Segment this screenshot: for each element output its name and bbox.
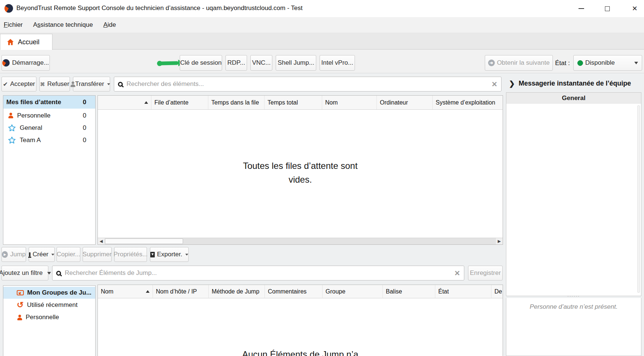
menubar: Fichier Assistance technique Aide — [0, 17, 644, 33]
status-dropdown[interactable]: Disponible — [573, 55, 642, 71]
status-available-dot — [577, 60, 583, 66]
history-icon: ↺ — [17, 301, 23, 309]
queues-panel: Mes files d’attente 0 Personnelle 0 Gene… — [3, 95, 96, 245]
tab-strip: Accueil — [0, 33, 644, 49]
tab-accueil-label: Accueil — [18, 38, 39, 46]
export-doc-icon — [150, 252, 155, 257]
sessions-table: File d’attente Temps dans la file Temps … — [97, 95, 503, 245]
column-header-nom[interactable]: Nom — [322, 96, 377, 109]
chat-scrollbar[interactable] — [637, 105, 640, 293]
monitor-icon — [29, 252, 31, 257]
properties-button[interactable]: Propriétés... — [114, 247, 147, 262]
close-button[interactable]: ✕ — [629, 3, 641, 14]
create-button[interactable]: Créer — [29, 247, 55, 262]
maximize-button[interactable] — [601, 3, 613, 14]
delete-button[interactable]: Supprimer — [83, 247, 112, 262]
sessions-search-box: ✕ — [114, 77, 502, 92]
person-icon — [8, 113, 13, 118]
titlebar: BeyondTrust Remote Support Console du te… — [0, 0, 644, 17]
column-header-de[interactable]: De — [491, 285, 503, 298]
session-key-button[interactable]: Clé de session — [180, 55, 222, 71]
queues-header-count: 0 — [83, 99, 86, 106]
menu-item-fichier[interactable]: Fichier — [4, 21, 23, 29]
presence-message: Personne d’autre n’est présent. — [506, 303, 641, 311]
search-icon — [118, 82, 123, 87]
export-button[interactable]: Exporter. — [150, 247, 189, 262]
clear-search-icon[interactable]: ✕ — [491, 80, 497, 89]
jump-group-item-personnelle[interactable]: Personnelle — [3, 311, 95, 323]
column-header-temps-total[interactable]: Temps total — [265, 96, 322, 109]
jump-group-icon — [17, 290, 24, 295]
remote-support-console-window: BeyondTrust Remote Support Console du te… — [0, 0, 644, 356]
column-header-hote-ip[interactable]: Nom d’hôte / IP — [153, 285, 209, 298]
sessions-search-input[interactable] — [126, 80, 488, 88]
column-header-temps-file[interactable]: Temps dans la file — [208, 96, 265, 109]
refuse-button[interactable]: ✖ Refuser — [39, 77, 70, 92]
queue-item-team-a[interactable]: Team A 0 — [3, 134, 95, 146]
queue-item-general[interactable]: General 0 — [3, 122, 95, 134]
shell-jump-button[interactable]: Shell Jump... — [276, 55, 316, 71]
minimize-icon — [579, 8, 584, 9]
clear-search-icon[interactable]: ✕ — [454, 269, 460, 278]
jump-group-item-my-groups[interactable]: Mon Groupes de Ju... — [3, 287, 95, 299]
start-session-button[interactable]: Démarrage... — [1, 55, 50, 71]
jump-group-item-recent[interactable]: ↺ Utilisé récemment — [3, 299, 95, 311]
queues-header-row[interactable]: Mes files d’attente 0 — [3, 96, 95, 109]
person-icon — [17, 315, 22, 320]
save-filter-button[interactable]: Enregistrer — [468, 266, 503, 280]
add-filter-button[interactable]: Ajoutez un filtre — [1, 266, 48, 280]
column-header-systeme[interactable]: Système d’exploitation — [433, 96, 503, 109]
intel-vpro-button[interactable]: Intel vPro... — [320, 55, 355, 71]
chevron-down-icon — [47, 272, 51, 275]
sort-asc-icon — [146, 290, 150, 293]
jump-groups-panel: Mon Groupes de Ju... ↺ Utilisé récemment… — [3, 285, 96, 356]
scroll-left-icon[interactable]: ◀ — [98, 238, 105, 244]
jump-search-input[interactable] — [65, 269, 451, 277]
search-icon — [56, 271, 61, 276]
chat-channel-general: General — [506, 92, 641, 104]
chat-messages-area[interactable] — [506, 104, 641, 296]
jump-button[interactable]: ▶ Jump — [1, 247, 26, 262]
column-header-file-attente[interactable]: File d’attente — [151, 96, 208, 109]
copy-button[interactable]: Copier... — [57, 247, 80, 262]
menu-item-assistance-technique[interactable]: Assistance technique — [33, 21, 93, 29]
menu-item-aide[interactable]: Aide — [103, 21, 116, 29]
column-header-methode-jump[interactable]: Méthode de Jump — [209, 285, 265, 298]
scrollbar-thumb[interactable] — [105, 238, 183, 244]
chevron-down-icon — [185, 254, 188, 256]
transfer-button[interactable]: Transférer — [73, 77, 110, 92]
rdp-button[interactable]: RDP... — [225, 55, 247, 71]
close-icon: ✕ — [632, 5, 637, 12]
accept-button[interactable]: ✔ Accepter — [1, 77, 36, 92]
annotation-arrow — [158, 61, 179, 65]
presence-area: Personne d’autre n’est présent. — [506, 298, 641, 356]
column-header-groupe[interactable]: Groupe — [323, 285, 383, 298]
tab-accueil[interactable]: Accueil — [0, 34, 52, 50]
sessions-horizontal-scrollbar[interactable]: ◀ ▶ — [98, 238, 503, 244]
sort-asc-icon — [144, 101, 148, 104]
queue-item-personnelle[interactable]: Personnelle 0 — [3, 109, 95, 122]
window-title: BeyondTrust Remote Support Console du te… — [16, 4, 302, 12]
column-header-blank[interactable] — [98, 96, 151, 109]
chevron-down-icon — [634, 62, 638, 64]
arrow-circle-icon: ➜ — [488, 60, 495, 66]
column-header-etat[interactable]: État — [435, 285, 491, 298]
jump-table-header: Nom Nom d’hôte / IP Méthode de Jump Comm… — [98, 285, 503, 298]
star-icon — [8, 136, 16, 144]
column-header-balise[interactable]: Balise — [383, 285, 435, 298]
column-header-commentaires[interactable]: Commentaires — [265, 285, 323, 298]
vnc-button[interactable]: VNC... — [250, 55, 272, 71]
collapse-chevron-icon[interactable]: ❯ — [509, 79, 515, 88]
scroll-right-icon[interactable]: ▶ — [496, 238, 503, 244]
get-next-session-button[interactable]: ➜ Obtenir la suivante — [485, 55, 553, 71]
team-chat-header: ❯ Messagerie instantanée de l’équipe — [506, 76, 641, 91]
jump-circle-icon: ▶ — [2, 251, 8, 258]
minimize-button[interactable] — [575, 3, 587, 14]
home-icon — [6, 38, 15, 46]
chevron-down-icon — [51, 254, 54, 256]
chevron-down-icon — [107, 83, 110, 85]
maximize-icon — [605, 6, 610, 11]
column-header-nom[interactable]: Nom — [98, 285, 153, 298]
headset-logo-icon — [4, 4, 13, 13]
column-header-ordinateur[interactable]: Ordinateur — [377, 96, 433, 109]
